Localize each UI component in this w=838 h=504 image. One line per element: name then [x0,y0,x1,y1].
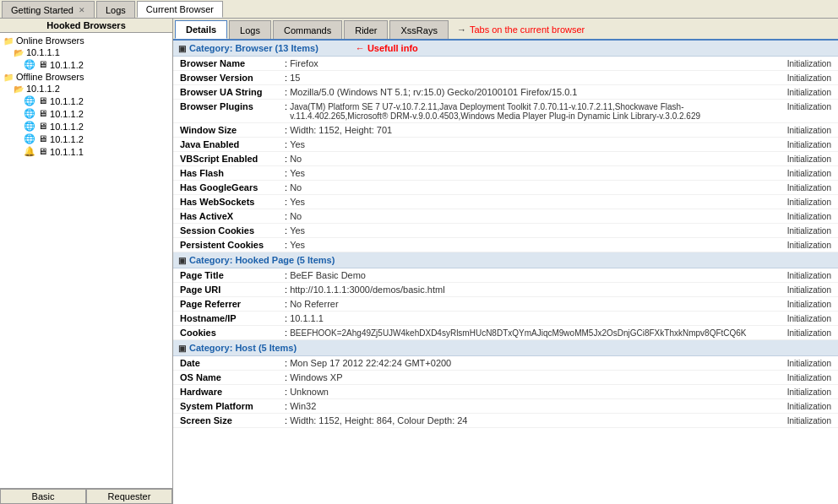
table-row: Has Flash: Yes Initialization [173,166,838,181]
online-browsers-label: Online Browsers [16,35,84,46]
tab-commands[interactable]: Commands [273,20,342,39]
row-label: Persistent Cookies [180,240,281,250]
tab-xssrays[interactable]: XssRays [389,20,448,39]
status-badge: Initialization [755,271,831,280]
row-label: Hostname/IP [180,313,281,323]
row-value: Mozilla/5.0 (Windows NT 5.1; rv:15.0) Ge… [290,87,755,97]
category-hookedpage-header[interactable]: ▣ Category: Hooked Page (5 Items) [173,252,838,268]
folder-icon: 📂 [14,84,24,94]
row-label: Has Flash [180,168,281,178]
row-value: Mon Sep 17 2012 22:42:24 GMT+0200 [290,358,755,368]
table-row: Page URI: http://10.1.1.1:3000/demos/bas… [173,283,838,297]
row-value: Java(TM) Platform SE 7 U7-v.10.7.2.11,Ja… [290,102,755,121]
row-label: Page Title [180,270,281,280]
category-host-header[interactable]: ▣ Category: Host (5 Items) [173,340,838,356]
row-value: Yes [290,197,755,207]
usefulinfo-annotation: ← Usefull info [356,43,418,53]
status-badge: Initialization [755,140,831,149]
list-item[interactable]: 🔔 🖥 10.1.1.1 [22,145,171,158]
list-item[interactable]: 🌐 🖥 10.1.1.2 [22,120,171,133]
details-content: ▣ Category: Browser (13 Items) ← Usefull… [173,41,838,504]
table-row: Page Referrer: No Referrer Initializatio… [173,297,838,312]
online-ip-label: 10.1.1.1 [26,47,60,57]
status-badge: Initialization [755,300,831,309]
sidebar-item-online-10111[interactable]: 📂 10.1.1.1 [12,46,171,58]
table-row: Java Enabled: Yes Initialization [173,138,838,152]
status-badge: Initialization [755,198,831,207]
minus-icon: ▣ [178,256,186,265]
folder-icon: 📂 [14,48,24,57]
tab-logs[interactable]: Logs [96,1,135,18]
sidebar-item-offline-browsers[interactable]: 📁 Offline Browsers [2,71,171,83]
row-label: Browser UA String [180,87,281,97]
sidebar-footer: Basic Requester [0,488,172,504]
status-badge: Initialization [755,416,831,425]
sidebar-item-online-browsers[interactable]: 📁 Online Browsers [2,35,171,46]
row-label: System Platform [180,401,281,411]
category-browser-header[interactable]: ▣ Category: Browser (13 Items) ← Usefull… [173,41,838,57]
row-value: 10.1.1.1 [290,313,755,323]
tab-rider[interactable]: Rider [344,20,388,39]
browser-icon: 🌐 🖥 [24,108,47,119]
browser-icon: 🔔 🖥 [24,146,47,157]
status-badge: Initialization [755,212,831,221]
basic-button[interactable]: Basic [0,489,86,504]
row-label: Has GoogleGears [180,182,281,192]
sidebar: Hooked Browsers 📁 Online Browsers 📂 10.1… [0,19,173,504]
tab-details[interactable]: Details [175,20,227,39]
row-label: Browser Name [180,58,281,68]
table-row: Session Cookies: Yes Initialization [173,224,838,238]
row-value: Yes [290,168,755,178]
top-tab-bar: Getting Started ✕ Logs Current Browser [0,0,838,19]
row-value: Firefox [290,58,755,68]
row-label: Date [180,358,281,368]
table-row: Has WebSockets: Yes Initialization [173,195,838,209]
table-row: OS Name: Windows XP Initialization [173,371,838,385]
row-value: Win32 [290,401,755,411]
table-row: Browser UA String: Mozilla/5.0 (Windows … [173,85,838,100]
sidebar-item-online-child-10112[interactable]: 🌐 🖥 10.1.1.2 [22,58,171,71]
table-row: Browser Name: Firefox Initialization [173,57,838,71]
category-hookedpage-label: Category: Hooked Page (5 Items) [189,255,335,265]
table-row: Browser Version: 15 Initialization [173,71,838,85]
row-label: Hardware [180,387,281,397]
row-value: Windows XP [290,372,755,382]
offline-group: 📂 10.1.1.2 🌐 🖥 10.1.1.2 🌐 🖥 10.1.1.2 🌐 🖥… [2,83,171,158]
list-item[interactable]: 🌐 🖥 10.1.1.2 [22,95,171,107]
status-badge: Initialization [755,387,831,397]
status-badge: Initialization [755,314,831,323]
status-badge: Initialization [755,59,831,68]
tab-getting-started[interactable]: Getting Started ✕ [2,1,95,18]
row-label: Session Cookies [180,225,281,236]
row-value: BEEFHOOK=2Ahg49Zj5UJW4kehDXD4syRlsmHUcN8… [290,328,755,338]
requester-button[interactable]: Requester [86,489,172,504]
online-child-ip: 10.1.1.2 [50,60,84,70]
row-value: Yes [290,225,755,236]
row-value: BeEF Basic Demo [290,270,755,280]
browser-icon: 🌐 🖥 [24,95,47,106]
second-tabs: Details Logs Commands Rider XssRays → Ta… [173,19,838,41]
status-badge: Initialization [755,241,831,250]
table-row: Cookies: BEEFHOOK=2Ahg49Zj5UJW4kehDXD4sy… [173,326,838,340]
list-item[interactable]: 🌐 🖥 10.1.1.2 [22,133,171,145]
offline-ip-label: 10.1.1.2 [26,84,60,94]
row-value: No [290,211,755,221]
table-row: Page Title: BeEF Basic Demo Initializati… [173,268,838,283]
row-label: Browser Version [180,73,281,83]
table-row: Browser Plugins: Java(TM) Platform SE 7 … [173,100,838,123]
row-value: No [290,154,755,164]
row-value: Width: 1152, Height: 701 [290,125,755,135]
status-badge: Initialization [755,285,831,295]
minus-icon: ▣ [178,44,186,53]
row-label: OS Name [180,372,281,382]
row-label: Screen Size [180,415,281,425]
status-badge: Initialization [755,402,831,411]
status-badge: Initialization [755,169,831,178]
list-item[interactable]: 🌐 🖥 10.1.1.2 [22,107,171,120]
row-value: No Referrer [290,299,755,309]
tab-current-browser[interactable]: Current Browser [137,1,223,18]
close-icon[interactable]: ✕ [79,6,85,14]
tab-logs[interactable]: Logs [229,20,271,39]
table-row: Screen Size: Width: 1152, Height: 864, C… [173,414,838,428]
sidebar-item-offline-10112[interactable]: 📂 10.1.1.2 [12,83,171,95]
